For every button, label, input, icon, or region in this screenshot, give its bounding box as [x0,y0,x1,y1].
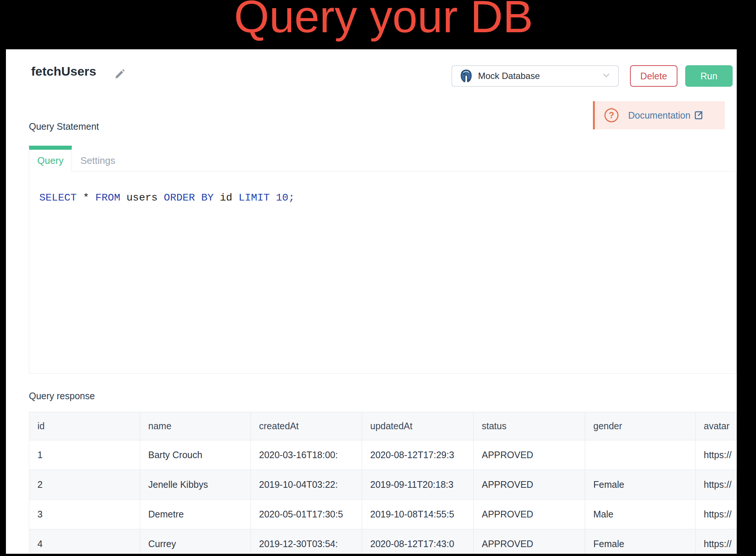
table-cell: 2019-10-08T14:55:5 [362,500,474,529]
page-banner-title: Query your DB [234,0,533,39]
header-cell: createdAt [251,412,362,440]
tab-settings[interactable]: Settings [72,150,124,172]
postgresql-elephant-icon [459,69,474,83]
table-cell: APPROVED [474,440,585,470]
table-cell: Currey [140,529,251,554]
query-response-label: Query response [29,391,95,401]
sql-token: ORDER BY [164,192,213,203]
table-row: 1Barty Crouch2020-03-16T18:00:2020-08-12… [29,440,737,470]
sql-token: * [77,192,95,203]
sql-line: SELECT * FROM users ORDER BY id LIMIT 10… [39,192,295,203]
sql-token: LIMIT [239,192,270,203]
table-cell: 2020-05-01T17:30:5 [251,500,362,529]
edit-pencil-icon[interactable] [114,68,126,80]
documentation-label: Documentation [628,110,690,121]
table-cell: 4 [29,529,140,554]
table-cell: 2 [29,470,140,500]
table-cell: Male [585,500,696,529]
query-name-title: fetchUsers [31,64,96,79]
sql-token: 10; [270,192,295,203]
question-circle-icon: ? [604,108,619,122]
query-statement-label: Query Statement [29,121,99,132]
result-table-container: idnamecreatedAtupdatedAtstatusgenderavat… [29,412,737,554]
app-panel: fetchUsers Mock Database [6,49,737,554]
external-doc-icon [693,110,704,120]
table-cell: 2020-08-12T17:43:0 [362,529,474,554]
result-table: idnamecreatedAtupdatedAtstatusgenderavat… [29,412,737,554]
table-cell: 2019-10-04T03:22: [251,470,362,500]
sql-token: id [214,192,239,203]
header-cell: status [474,412,585,440]
table-cell: APPROVED [474,500,585,529]
table-cell: APPROVED [474,529,585,554]
table-cell: 2019-12-30T03:54: [251,529,362,554]
database-select[interactable]: Mock Database [451,65,619,87]
table-header-row: idnamecreatedAtupdatedAtstatusgenderavat… [29,412,737,440]
table-cell: Barty Crouch [140,440,251,470]
run-button[interactable]: Run [685,65,733,87]
table-cell: Jenelle Kibbys [140,470,251,500]
chevron-down-icon [602,71,611,81]
header-cell: id [29,412,140,440]
table-row: 2Jenelle Kibbys2019-10-04T03:22:2019-09-… [29,470,737,500]
header-cell: updatedAt [362,412,474,440]
table-cell: https:// [696,529,737,554]
tab-query[interactable]: Query [29,146,72,172]
table-cell: Demetre [140,500,251,529]
table-cell: 1 [29,440,140,470]
table-cell: 2020-03-16T18:00: [251,440,362,470]
table-cell: https:// [696,440,737,470]
sql-token: FROM [95,192,120,203]
header-cell: gender [585,412,696,440]
table-cell: https:// [696,470,737,500]
sql-token: users [120,192,164,203]
table-cell: 3 [29,500,140,529]
database-select-value: Mock Database [478,71,602,81]
table-cell: 2020-08-12T17:29:3 [362,440,474,470]
delete-button[interactable]: Delete [630,65,677,87]
documentation-link[interactable]: ? Documentation [593,101,725,129]
table-row: 3Demetre2020-05-01T17:30:52019-10-08T14:… [29,500,737,529]
table-cell [585,440,696,470]
sql-editor[interactable]: SELECT * FROM users ORDER BY id LIMIT 10… [29,171,736,374]
table-cell: Female [585,470,696,500]
header-cell: avatar [696,412,737,440]
header-cell: name [140,412,251,440]
sql-token: SELECT [39,192,77,203]
table-row: 4Currey2019-12-30T03:54:2020-08-12T17:43… [29,529,737,554]
table-cell: Female [585,529,696,554]
table-cell: 2019-09-11T20:18:3 [362,470,474,500]
screen: Query your DB fetchUsers Mock Database [0,0,756,556]
table-cell: https:// [696,500,737,529]
table-cell: APPROVED [474,470,585,500]
